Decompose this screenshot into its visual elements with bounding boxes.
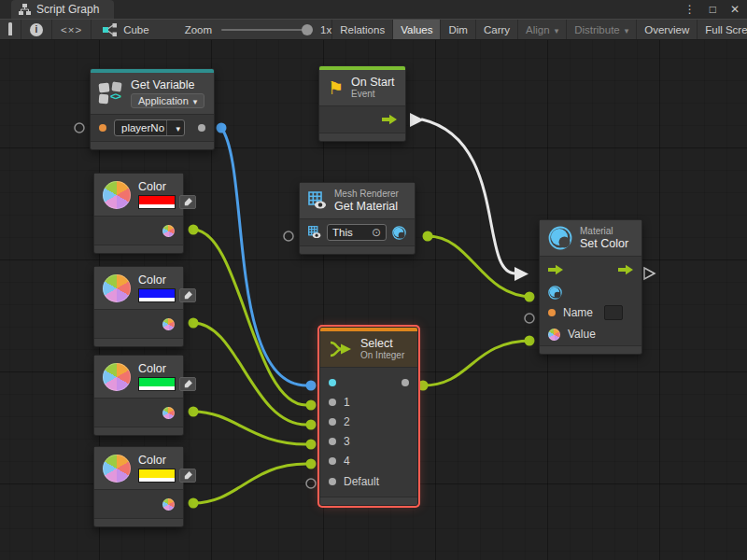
target-field[interactable]: This ⊙ bbox=[327, 224, 387, 241]
port-option-in[interactable] bbox=[329, 438, 336, 445]
node-get-variable[interactable]: Get Variable Application playerNo bbox=[90, 68, 215, 150]
port-label-name: Name bbox=[563, 306, 593, 319]
tab-strip: Script Graph ⋮ □ ✕ bbox=[0, 0, 747, 19]
node-color-blue[interactable]: Color bbox=[93, 266, 184, 347]
script-graph-window: Script Graph ⋮ □ ✕ <×> Cube Zo bbox=[0, 0, 747, 560]
zoom-value: 1x bbox=[320, 24, 331, 35]
port-material-out-icon[interactable] bbox=[392, 226, 406, 240]
node-color-green[interactable]: Color bbox=[93, 355, 184, 436]
port-flow-out-icon[interactable] bbox=[618, 264, 633, 275]
port-option-in[interactable] bbox=[329, 399, 336, 406]
toolbar-button-dim[interactable]: Dim bbox=[441, 20, 475, 39]
color-swatch[interactable] bbox=[138, 377, 176, 391]
node-set-color[interactable]: Material Set Color Name bbox=[539, 219, 642, 355]
port-material-in-icon[interactable] bbox=[548, 286, 562, 300]
zoom-slider-handle[interactable] bbox=[302, 24, 313, 35]
toolbar-button-fullscreen[interactable]: Full Screen bbox=[698, 20, 747, 39]
graph-pointer-icon bbox=[103, 23, 118, 36]
port-color-out-icon[interactable] bbox=[162, 407, 175, 419]
name-input[interactable] bbox=[604, 305, 623, 320]
node-title: Get Material bbox=[334, 200, 399, 213]
color-swatch[interactable] bbox=[138, 469, 176, 483]
port-label-value: Value bbox=[568, 328, 596, 341]
tab-script-graph[interactable]: Script Graph bbox=[11, 0, 114, 19]
eyedropper-icon bbox=[183, 197, 193, 207]
node-color-yellow[interactable]: Color bbox=[93, 446, 184, 527]
variable-name: playerNo bbox=[115, 122, 166, 133]
material-icon bbox=[548, 226, 572, 250]
toolbar-button-overview[interactable]: Overview bbox=[637, 20, 698, 39]
toolbar-button-carry[interactable]: Carry bbox=[476, 20, 518, 39]
graph-target-label: Cube bbox=[123, 24, 149, 35]
port-value-out[interactable] bbox=[198, 124, 205, 132]
zoom-control: Zoom 1x bbox=[161, 20, 333, 39]
node-select-on-integer[interactable]: Select On Integer 1 2 3 4 Default bbox=[319, 327, 418, 506]
node-footer bbox=[94, 245, 183, 253]
chevron-down-icon bbox=[189, 95, 198, 106]
variable-name-dropdown[interactable]: playerNo bbox=[114, 119, 185, 136]
node-title: Color bbox=[138, 273, 196, 287]
port-selection-out[interactable] bbox=[402, 379, 409, 386]
node-title: Color bbox=[138, 362, 196, 375]
port-color-out-icon[interactable] bbox=[162, 498, 175, 511]
inspect-button[interactable] bbox=[21, 20, 52, 39]
port-flow-in-icon[interactable] bbox=[548, 264, 563, 275]
eyedropper-button[interactable] bbox=[179, 195, 196, 209]
node-subtitle: Event bbox=[351, 89, 395, 100]
eyedropper-button[interactable] bbox=[179, 288, 196, 302]
node-title: Color bbox=[138, 454, 196, 467]
variable-scope-dropdown[interactable]: Application bbox=[131, 93, 204, 108]
node-footer bbox=[94, 427, 183, 435]
node-get-material[interactable]: Mesh Renderer Get Material This ⊙ bbox=[299, 182, 416, 255]
port-option-in[interactable] bbox=[329, 457, 336, 465]
node-category: Mesh Renderer bbox=[334, 189, 399, 200]
eyedropper-button[interactable] bbox=[179, 469, 196, 483]
node-subtitle: On Integer bbox=[360, 350, 404, 361]
node-on-start[interactable]: On Start Event bbox=[318, 65, 406, 142]
node-footer bbox=[319, 133, 405, 141]
color-wheel-icon bbox=[103, 274, 131, 302]
node-title: Set Color bbox=[580, 237, 628, 250]
lock-icon bbox=[8, 24, 12, 35]
graph-target-button[interactable]: Cube bbox=[92, 20, 161, 39]
object-picker-icon[interactable]: ⊙ bbox=[372, 226, 381, 239]
node-footer bbox=[320, 497, 417, 505]
scope-label: Application bbox=[138, 95, 189, 106]
toolbar-button-distribute: Distribute bbox=[567, 20, 637, 39]
close-icon[interactable]: ✕ bbox=[730, 0, 740, 19]
color-swatch[interactable] bbox=[138, 288, 176, 302]
button-label: Align bbox=[526, 24, 550, 35]
button-label: Values bbox=[401, 24, 432, 35]
menu-icon[interactable]: ⋮ bbox=[684, 0, 696, 19]
lock-button[interactable] bbox=[0, 20, 21, 39]
node-color-red[interactable]: Color bbox=[93, 173, 184, 254]
port-color-out-icon[interactable] bbox=[162, 318, 175, 330]
port-name-in[interactable] bbox=[548, 309, 556, 316]
chevron-down-icon bbox=[620, 24, 629, 35]
port-selector-in[interactable] bbox=[329, 379, 336, 386]
port-default-in[interactable] bbox=[329, 478, 336, 485]
target-value: This bbox=[332, 227, 353, 238]
color-wheel-icon bbox=[103, 181, 131, 209]
code-view-button[interactable]: <×> bbox=[52, 20, 92, 39]
color-wheel-icon bbox=[103, 455, 131, 483]
zoom-slider[interactable] bbox=[221, 29, 311, 31]
port-option-in[interactable] bbox=[329, 418, 336, 426]
option-label: 4 bbox=[344, 455, 350, 468]
toolbar-button-values[interactable]: Values bbox=[393, 20, 441, 39]
port-color-in-icon[interactable] bbox=[548, 329, 560, 341]
eyedropper-button[interactable] bbox=[179, 377, 196, 391]
node-footer bbox=[540, 346, 641, 354]
option-label: 1 bbox=[344, 396, 350, 409]
port-name-in[interactable] bbox=[99, 124, 106, 132]
toolbar-button-align: Align bbox=[518, 20, 567, 39]
toolbar-button-relations[interactable]: Relations bbox=[332, 20, 393, 39]
eyedropper-icon bbox=[183, 379, 193, 389]
chevron-down-icon[interactable] bbox=[166, 120, 184, 135]
port-flow-out-icon[interactable] bbox=[382, 114, 397, 125]
color-swatch[interactable] bbox=[138, 195, 176, 209]
maximize-icon[interactable]: □ bbox=[710, 0, 716, 19]
mesh-renderer-port-icon[interactable] bbox=[308, 226, 321, 239]
port-color-out-icon[interactable] bbox=[162, 225, 175, 237]
flag-icon bbox=[328, 79, 344, 97]
